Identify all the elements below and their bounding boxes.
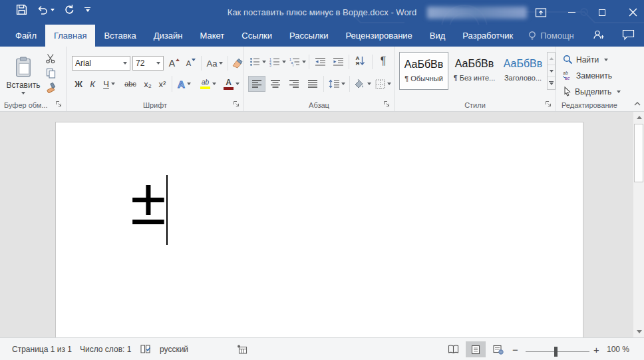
underline-button[interactable]: Ч (100, 76, 118, 92)
plus-minus-symbol: ± (130, 169, 166, 234)
tab-developer[interactable]: Разработчик (454, 25, 522, 47)
collapse-ribbon-button[interactable] (633, 100, 641, 108)
tab-tell-me[interactable]: Помощн (522, 25, 581, 47)
styles-scroll-up-button[interactable] (548, 53, 555, 65)
superscript-button[interactable]: x² (156, 76, 169, 92)
web-layout-icon (493, 345, 504, 355)
minimize-button[interactable] (556, 0, 587, 25)
font-size-combo[interactable]: 72 (132, 56, 164, 71)
clipboard-dialog-launcher[interactable] (55, 100, 63, 108)
page-indicator[interactable]: Страница 1 из 1 (12, 338, 72, 360)
format-painter-icon (45, 83, 56, 93)
zoom-slider-track[interactable] (526, 351, 589, 352)
styles-scroll-down-button[interactable] (548, 65, 555, 78)
change-case-label: Aa (207, 59, 218, 69)
line-spacing-button[interactable] (326, 76, 347, 92)
tab-view[interactable]: Вид (421, 25, 454, 47)
format-painter-button[interactable] (43, 81, 59, 94)
paste-button[interactable]: Вставить (5, 51, 41, 100)
style-no-spacing[interactable]: АаБбВв ¶ Без инте... (450, 52, 498, 90)
zoom-level-button[interactable]: 100 % (607, 338, 629, 360)
subscript-button[interactable]: x₂ (141, 76, 154, 92)
proofing-status-button[interactable] (140, 338, 151, 360)
font-dialog-launcher[interactable] (233, 100, 241, 108)
document-area: ± (0, 112, 644, 337)
styles-more-button[interactable] (548, 77, 555, 89)
cut-button[interactable] (43, 52, 59, 65)
print-layout-icon (471, 345, 480, 355)
language-button[interactable]: русский (160, 338, 188, 360)
increase-indent-button[interactable] (329, 55, 347, 69)
show-marks-button[interactable]: ¶ (375, 53, 391, 69)
web-layout-button[interactable] (488, 341, 508, 357)
select-button[interactable]: Выделить (563, 87, 621, 96)
shading-button[interactable] (351, 76, 373, 92)
replace-button[interactable]: ab ac Заменить (563, 71, 612, 81)
numbering-button[interactable]: 123 (268, 55, 287, 69)
borders-button[interactable] (373, 76, 393, 92)
align-center-button[interactable] (267, 76, 284, 92)
paste-clipboard-icon (15, 57, 32, 78)
word-count[interactable]: Число слов: 1 (80, 338, 131, 360)
align-right-button[interactable] (285, 76, 303, 92)
replace-label: Заменить (576, 71, 612, 81)
shrink-font-button[interactable]: А (184, 56, 198, 71)
tab-file[interactable]: Файл (7, 25, 45, 47)
justify-button[interactable] (304, 76, 321, 92)
tab-review[interactable]: Рецензирование (337, 25, 420, 47)
clear-formatting-button[interactable] (230, 55, 243, 71)
highlight-color-button[interactable]: ab (197, 76, 220, 92)
close-button[interactable] (617, 0, 644, 25)
multilevel-list-button[interactable]: 1ai (288, 55, 307, 69)
document-page[interactable]: ± (55, 122, 583, 337)
zoom-slider-thumb[interactable] (554, 347, 558, 357)
bullets-button[interactable] (248, 55, 267, 69)
font-name-combo[interactable]: Arial (72, 56, 130, 71)
share-person-icon (593, 29, 605, 41)
change-case-button[interactable]: Aa (204, 56, 226, 71)
svg-text:3: 3 (269, 63, 271, 67)
bold-button[interactable]: Ж (72, 76, 85, 92)
align-left-button[interactable] (248, 76, 265, 92)
zoom-in-button[interactable]: + (593, 338, 599, 360)
text-effects-button[interactable]: А (174, 76, 194, 92)
tab-layout[interactable]: Макет (191, 25, 233, 47)
font-color-button[interactable]: А (221, 76, 242, 92)
strikethrough-button[interactable]: abc (121, 76, 140, 92)
copy-button[interactable] (43, 67, 59, 80)
tab-insert[interactable]: Вставка (95, 25, 144, 47)
share-button[interactable] (593, 29, 605, 43)
tab-home[interactable]: Главная (45, 25, 95, 47)
find-button[interactable]: Найти (563, 55, 608, 65)
grow-font-button[interactable]: А (166, 56, 182, 71)
macro-record-button[interactable] (237, 338, 247, 360)
tab-references[interactable]: Ссылки (233, 25, 281, 47)
highlight-swatch (200, 87, 210, 89)
comments-button[interactable] (622, 29, 635, 43)
vertical-scrollbar[interactable] (633, 112, 644, 337)
tab-mailings[interactable]: Рассылки (281, 25, 337, 47)
italic-button[interactable]: К (86, 76, 98, 92)
decrease-indent-button[interactable] (311, 55, 329, 69)
tab-design[interactable]: Дизайн (145, 25, 192, 47)
scrollbar-thumb[interactable] (634, 124, 643, 182)
scrollbar-up-icon (637, 116, 642, 119)
numbering-caret (282, 61, 286, 63)
select-label: Выделить (575, 87, 611, 96)
superscript-label: x² (159, 79, 166, 89)
styles-dialog-launcher[interactable] (545, 100, 553, 108)
underline-label: Ч (103, 79, 109, 89)
scroll-up-button[interactable] (633, 112, 644, 123)
scroll-down-button[interactable] (633, 326, 644, 337)
replace-icon: ab ac (563, 71, 573, 81)
zoom-out-button[interactable]: − (512, 338, 518, 360)
search-icon (563, 55, 573, 65)
paragraph-dialog-launcher[interactable] (383, 100, 391, 108)
print-layout-button[interactable] (466, 341, 486, 357)
ribbon-display-options-button[interactable] (526, 0, 556, 25)
sort-button[interactable]: А Я (351, 53, 370, 69)
maximize-button[interactable] (587, 0, 617, 25)
style-heading[interactable]: АаБбВв Заголово... (500, 52, 546, 90)
style-normal[interactable]: АаБбВв ¶ Обычный (399, 52, 448, 90)
read-mode-button[interactable] (443, 341, 463, 357)
